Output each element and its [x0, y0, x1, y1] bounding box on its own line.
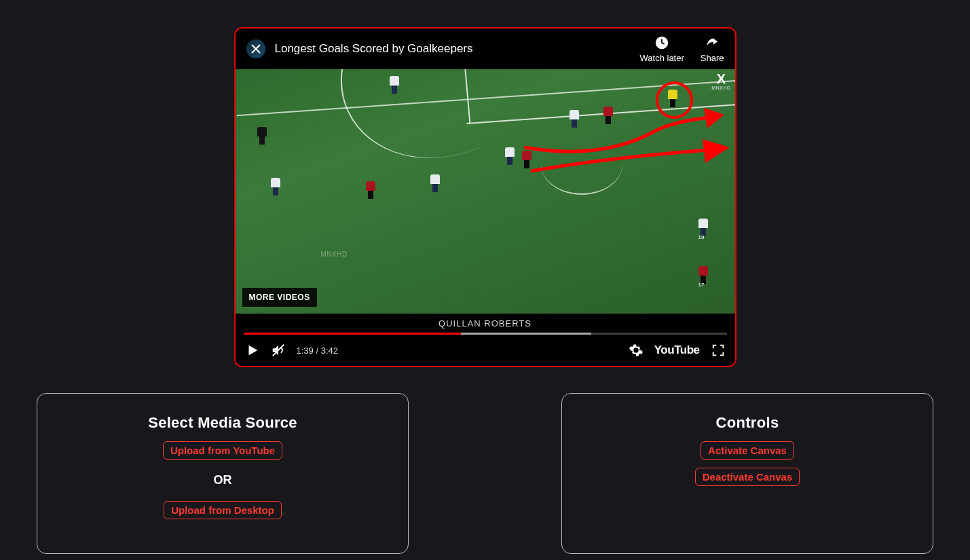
deactivate-canvas-button[interactable]: Deactivate Canvas	[695, 468, 800, 486]
share-icon	[705, 35, 720, 50]
media-source-title: Select Media Source	[51, 414, 394, 432]
play-icon[interactable]	[245, 343, 260, 358]
controls-panel: Controls Activate Canvas Deactivate Canv…	[561, 393, 933, 554]
fullscreen-icon[interactable]	[711, 343, 726, 358]
or-separator: OR	[214, 473, 232, 487]
video-watermark: MNXHD	[321, 250, 348, 258]
watch-later-button[interactable]: Watch later	[640, 35, 684, 63]
activate-canvas-button[interactable]: Activate Canvas	[701, 441, 794, 460]
settings-icon[interactable]	[629, 343, 643, 358]
player-controls: 1:39 / 3:42 YouTube	[236, 335, 735, 366]
controls-title: Controls	[576, 414, 919, 432]
watch-later-label: Watch later	[640, 53, 684, 63]
time-display: 1:39 / 3:42	[297, 346, 338, 356]
more-videos-button[interactable]: MORE VIDEOS	[242, 288, 317, 307]
progress-bar[interactable]	[244, 333, 727, 335]
channel-avatar[interactable]	[246, 39, 265, 58]
upload-youtube-button[interactable]: Upload from YouTube	[163, 441, 282, 460]
youtube-logo[interactable]: YouTube	[654, 343, 700, 357]
share-label: Share	[701, 53, 724, 63]
broadcast-logo: X MNXHD	[711, 72, 730, 90]
clock-icon	[654, 35, 669, 50]
media-source-panel: Select Media Source Upload from YouTube …	[37, 393, 409, 554]
share-button[interactable]: Share	[701, 35, 724, 63]
video-player: Longest Goals Scored by Goalkeepers Watc…	[234, 27, 736, 367]
caption-text: QUILLAN ROBERTS	[439, 318, 531, 329]
video-header: Longest Goals Scored by Goalkeepers Watc…	[236, 29, 735, 69]
upload-desktop-button[interactable]: Upload from Desktop	[164, 501, 282, 519]
annotation-arrow-bottom	[527, 137, 731, 178]
video-viewport[interactable]: 19 17 X MNXHD MNXHD MORE VIDEOS	[236, 69, 735, 314]
mute-icon[interactable]	[271, 343, 286, 358]
progress-played	[244, 333, 461, 335]
video-title[interactable]: Longest Goals Scored by Goalkeepers	[275, 42, 640, 56]
caption-band: QUILLAN ROBERTS	[236, 314, 735, 333]
